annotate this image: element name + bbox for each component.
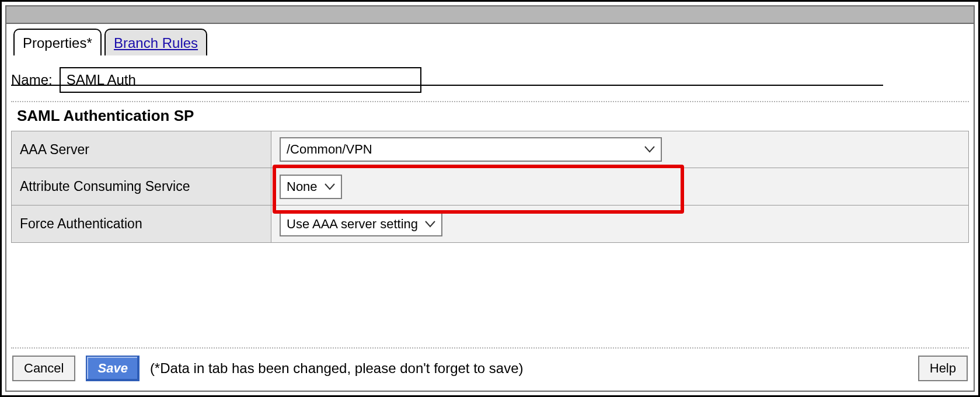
- select-acs-value: None: [287, 179, 318, 194]
- select-force-auth[interactable]: Use AAA server setting: [280, 212, 442, 236]
- select-aaa-server[interactable]: /Common/VPN: [280, 137, 662, 162]
- tab-branch-rules-label: Branch Rules: [114, 35, 198, 51]
- chevron-down-icon: [425, 221, 435, 228]
- chevron-down-icon: [325, 183, 335, 190]
- save-button[interactable]: Save: [86, 356, 139, 381]
- select-aaa-server-value: /Common/VPN: [287, 142, 372, 157]
- select-acs[interactable]: None: [280, 175, 342, 199]
- select-force-auth-value: Use AAA server setting: [287, 217, 418, 232]
- row-aaa-server: AAA Server /Common/VPN: [11, 131, 969, 168]
- label-aaa-server: AAA Server: [12, 131, 271, 168]
- save-note: (*Data in tab has been changed, please d…: [150, 360, 524, 377]
- section-title: SAML Authentication SP: [17, 107, 967, 125]
- name-input[interactable]: [60, 67, 421, 93]
- footer-separator: [11, 347, 969, 349]
- label-force-auth: Force Authentication: [12, 206, 271, 242]
- tab-underline: [11, 85, 883, 86]
- help-button[interactable]: Help: [918, 356, 968, 381]
- tab-row: Properties* Branch Rules: [11, 29, 969, 55]
- separator: [11, 101, 969, 102]
- titlebar: [6, 6, 974, 24]
- row-acs: Attribute Consuming Service None: [11, 168, 969, 206]
- label-acs: Attribute Consuming Service: [12, 168, 271, 205]
- tab-properties[interactable]: Properties*: [13, 29, 102, 55]
- tab-properties-label: Properties*: [23, 35, 92, 51]
- chevron-down-icon: [644, 146, 655, 153]
- cancel-button[interactable]: Cancel: [12, 356, 75, 381]
- tab-branch-rules[interactable]: Branch Rules: [104, 29, 207, 55]
- row-force-auth: Force Authentication Use AAA server sett…: [11, 206, 969, 243]
